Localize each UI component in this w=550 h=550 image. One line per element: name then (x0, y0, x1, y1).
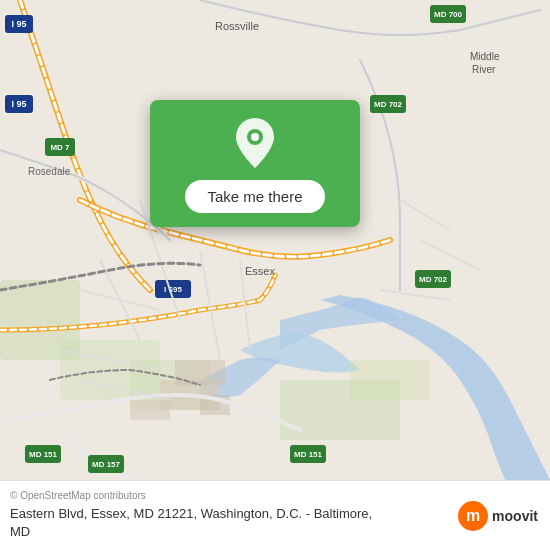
map-svg: I 95 I 695 MD 7 MD 702 MD 702 MD 700 MD … (0, 0, 550, 480)
svg-text:MD 151: MD 151 (29, 450, 58, 459)
svg-text:Middle: Middle (470, 51, 500, 62)
location-pin-icon (231, 116, 279, 170)
svg-text:Essex: Essex (245, 265, 275, 277)
map-attribution: © OpenStreetMap contributors (10, 490, 390, 501)
moovit-brand-text: moovit (492, 508, 538, 524)
svg-text:Rossville: Rossville (215, 20, 259, 32)
moovit-icon: m (458, 501, 488, 531)
svg-text:MD 700: MD 700 (434, 10, 463, 19)
svg-text:I 95: I 95 (11, 19, 26, 29)
location-info: © OpenStreetMap contributors Eastern Blv… (10, 490, 390, 541)
moovit-logo: m moovit (458, 501, 538, 531)
svg-text:I 695: I 695 (164, 285, 182, 294)
svg-text:Rosedale: Rosedale (28, 166, 71, 177)
svg-text:MD 7: MD 7 (50, 143, 70, 152)
svg-point-45 (251, 133, 259, 141)
navigation-card: Take me there (150, 100, 360, 227)
svg-line-36 (380, 290, 450, 300)
svg-text:MD 151: MD 151 (294, 450, 323, 459)
svg-rect-7 (130, 400, 170, 420)
svg-text:I 95: I 95 (11, 99, 26, 109)
svg-line-35 (420, 240, 480, 270)
svg-rect-6 (175, 360, 225, 385)
svg-line-34 (400, 200, 450, 230)
svg-text:MD 702: MD 702 (374, 100, 403, 109)
svg-line-29 (200, 250, 220, 360)
take-me-there-button[interactable]: Take me there (185, 180, 324, 213)
location-address: Eastern Blvd, Essex, MD 21221, Washingto… (10, 505, 390, 541)
bottom-info-bar: © OpenStreetMap contributors Eastern Blv… (0, 480, 550, 550)
map-container: I 95 I 695 MD 7 MD 702 MD 702 MD 700 MD … (0, 0, 550, 480)
svg-text:River: River (472, 64, 496, 75)
svg-rect-4 (350, 360, 430, 400)
svg-text:MD 157: MD 157 (92, 460, 121, 469)
svg-line-31 (80, 290, 160, 310)
svg-text:MD 702: MD 702 (419, 275, 448, 284)
